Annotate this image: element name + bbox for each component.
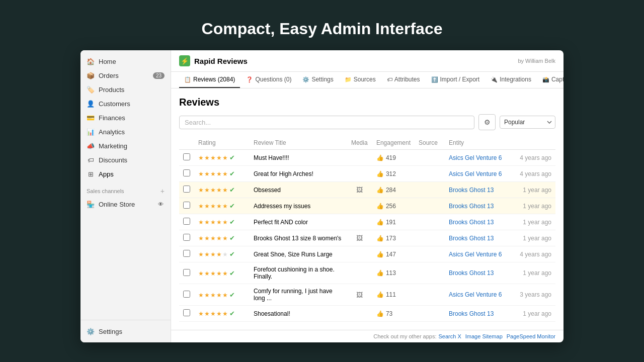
- entity-link[interactable]: Brooks Ghost 13: [449, 219, 494, 226]
- footer-link-search-x[interactable]: Search X: [439, 333, 461, 339]
- row-title: Great for High Arches!: [250, 166, 347, 182]
- row-time: 1 year ago: [515, 230, 555, 246]
- settings-icon: ⚙️: [87, 327, 95, 335]
- entity-link[interactable]: Asics Gel Venture 6: [449, 170, 502, 177]
- row-checkbox[interactable]: [183, 234, 190, 241]
- row-engagement: 👍 147: [372, 246, 415, 262]
- row-title: Shoesational!: [250, 306, 347, 322]
- sidebar-item-finances[interactable]: 💳Finances: [80, 111, 171, 125]
- app-header: ⚡ Rapid Reviews by William Belk: [171, 50, 564, 72]
- media-icon: 🖼: [356, 291, 363, 299]
- tab-questions[interactable]: ❓Questions (0): [241, 72, 296, 88]
- entity-link[interactable]: Brooks Ghost 13: [449, 310, 494, 317]
- row-media: [347, 150, 372, 166]
- sidebar-item-marketing[interactable]: 📣Marketing: [80, 139, 171, 153]
- table-row: ★★★★★ ✔ Great Shoe, Size Runs Large 👍 14…: [179, 246, 555, 262]
- row-checkbox[interactable]: [183, 250, 190, 257]
- table-row: ★★★★★ ✔ Brooks Ghost 13 size 8 women's 🖼…: [179, 230, 555, 246]
- entity-link[interactable]: Asics Gel Venture 6: [449, 251, 502, 258]
- th-engagement: Engagement: [372, 136, 415, 150]
- th-check: [179, 136, 194, 150]
- filter-button[interactable]: ⚙: [478, 114, 496, 130]
- row-source: [415, 284, 445, 306]
- row-checkbox[interactable]: [183, 186, 190, 193]
- verified-icon: ✔: [229, 234, 235, 242]
- table-row: ★★★★★ ✔ Must Have!!!! 👍 419 Asics Gel Ve…: [179, 150, 555, 166]
- sidebar-item-orders[interactable]: 📦Orders23: [80, 68, 171, 82]
- add-channel-icon[interactable]: +: [160, 187, 165, 195]
- search-box[interactable]: [179, 116, 474, 129]
- sidebar-item-home[interactable]: 🏠Home: [80, 54, 171, 68]
- sidebar-item-analytics[interactable]: 📊Analytics: [80, 125, 171, 139]
- sort-select[interactable]: PopularNewestOldestHighest RatedLowest R…: [500, 116, 555, 129]
- verified-icon: ✔: [229, 202, 235, 210]
- verified-icon: ✔: [229, 170, 235, 177]
- row-checkbox[interactable]: [183, 202, 190, 209]
- eye-icon[interactable]: 👁: [156, 200, 165, 208]
- sidebar-label-products: Products: [99, 86, 124, 94]
- row-title: Comfy for running, I just have long ...: [250, 284, 347, 306]
- tab-sources[interactable]: 📁Sources: [340, 72, 381, 88]
- filter-icon: ⚙: [484, 118, 491, 126]
- footer-link-image-sitemap[interactable]: Image Sitemap: [465, 333, 503, 339]
- th-entity: Entity: [445, 136, 515, 150]
- sidebar-item-products[interactable]: 🏷️Products: [80, 82, 171, 97]
- row-entity: Brooks Ghost 13: [445, 182, 515, 198]
- sidebar: 🏠Home📦Orders23🏷️Products👤Customers💳Finan…: [80, 50, 171, 342]
- entity-link[interactable]: Asics Gel Venture 6: [449, 154, 502, 161]
- row-entity: Asics Gel Venture 6: [445, 166, 515, 182]
- thumb-icon: 👍: [376, 269, 384, 277]
- thumb-icon: 👍: [376, 154, 384, 161]
- sidebar-item-customers[interactable]: 👤Customers: [80, 97, 171, 111]
- row-checkbox[interactable]: [183, 269, 190, 276]
- page-heading: Compact, Easy Admin Interface: [202, 20, 443, 38]
- row-time: 1 year ago: [515, 306, 555, 322]
- sidebar-channel-online-store[interactable]: 🏪Online Store👁: [80, 197, 171, 211]
- tab-attributes[interactable]: 🏷Attributes: [382, 72, 425, 88]
- row-engagement: 👍 191: [372, 214, 415, 230]
- row-source: [415, 182, 445, 198]
- entity-link[interactable]: Brooks Ghost 13: [449, 235, 494, 242]
- tab-reviews[interactable]: 📋Reviews (2084): [179, 72, 240, 88]
- sidebar-label-discounts: Discounts: [99, 156, 127, 164]
- entity-link[interactable]: Brooks Ghost 13: [449, 187, 494, 194]
- row-rating: ★★★★★ ✔: [194, 182, 250, 198]
- tab-import-export[interactable]: ⬆️Import / Export: [426, 72, 485, 88]
- row-engagement: 👍 113: [372, 262, 415, 284]
- row-checkbox-cell: [179, 198, 194, 214]
- verified-icon: ✔: [229, 218, 235, 226]
- tab-integrations[interactable]: 🔌Integrations: [486, 72, 536, 88]
- entity-link[interactable]: Asics Gel Venture 6: [449, 291, 502, 298]
- search-input[interactable]: [185, 119, 469, 126]
- stars: ★★★★★: [198, 154, 228, 161]
- sidebar-bottom: ⚙️ Settings: [80, 320, 171, 342]
- sources-tab-icon: 📁: [345, 76, 352, 83]
- entity-link[interactable]: Brooks Ghost 13: [449, 203, 494, 210]
- table-row: ★★★★★ ✔ Shoesational! 👍 73 Brooks Ghost …: [179, 306, 555, 322]
- stars: ★★★★★: [198, 251, 228, 258]
- sidebar-item-apps[interactable]: ⊞Apps: [80, 167, 171, 181]
- entity-link[interactable]: Brooks Ghost 13: [449, 269, 494, 277]
- row-title: Perfect fit AND color: [250, 214, 347, 230]
- footer-link-pagespeed[interactable]: PageSpeed Monitor: [507, 333, 555, 339]
- tab-label-sources: Sources: [354, 76, 376, 83]
- row-checkbox[interactable]: [183, 309, 190, 316]
- row-rating: ★★★★★ ✔: [194, 166, 250, 182]
- table-header: Rating Review Title Media Engagement Sou…: [179, 136, 555, 150]
- row-engagement: 👍 312: [372, 166, 415, 182]
- customers-icon: 👤: [87, 100, 95, 108]
- row-checkbox[interactable]: [183, 291, 190, 298]
- tab-capture[interactable]: 📸Capture: [537, 72, 564, 88]
- sidebar-item-settings[interactable]: ⚙️ Settings: [80, 324, 171, 338]
- sidebar-item-discounts[interactable]: 🏷Discounts: [80, 153, 171, 167]
- thumb-icon: 👍: [376, 310, 384, 317]
- reviews-area: Reviews ⚙ PopularNewestOldestHighest Rat…: [171, 88, 564, 330]
- tab-settings[interactable]: ⚙️Settings: [297, 72, 338, 88]
- row-checkbox[interactable]: [183, 153, 190, 160]
- row-checkbox[interactable]: [183, 218, 190, 225]
- row-engagement: 👍 73: [372, 306, 415, 322]
- row-media: [347, 246, 372, 262]
- row-checkbox[interactable]: [183, 169, 190, 176]
- row-title: Brooks Ghost 13 size 8 women's: [250, 230, 347, 246]
- row-source: [415, 198, 445, 214]
